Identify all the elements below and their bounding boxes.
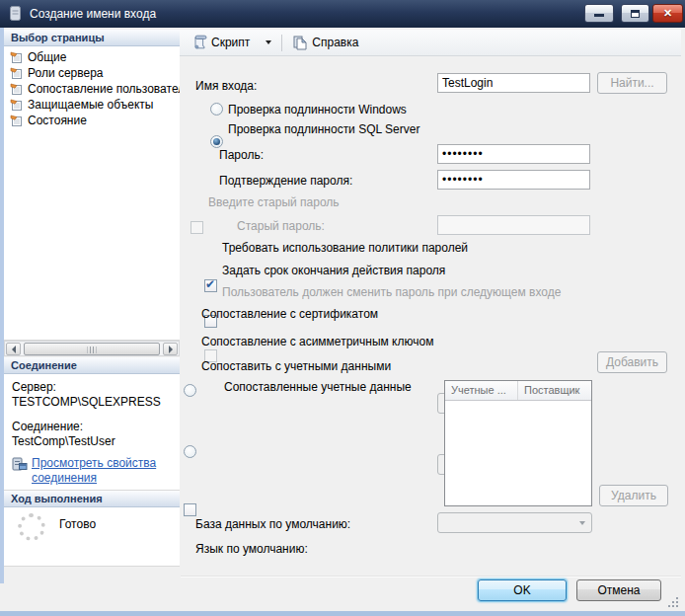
page-icon (10, 115, 25, 127)
page-icon (10, 51, 25, 64)
server-value: TESTCOMP\SQLEXPRESS (12, 395, 180, 409)
cancel-button[interactable]: Отмена (576, 579, 661, 601)
progress-status: Готово (59, 517, 96, 531)
find-button[interactable]: Найти... (597, 72, 667, 94)
sql-auth-label: Проверка подлинности SQL Server (228, 122, 419, 136)
resize-grip[interactable] (667, 596, 679, 608)
progress-panel: Готово (4, 507, 180, 567)
scroll-right-button[interactable] (163, 343, 178, 355)
login-name-label: Имя входа: (195, 79, 257, 93)
credential-combo[interactable] (437, 512, 592, 533)
window-icon (9, 5, 22, 22)
scrollbar-grip-icon (88, 346, 97, 353)
default-language-label: Язык по умолчанию: (195, 542, 308, 556)
add-button[interactable]: Добавить (597, 351, 667, 373)
pages-header: Выбор страницы (4, 30, 180, 46)
pages-list: Общие Роли сервера Сопоставление пользов… (4, 46, 180, 341)
maximize-button[interactable] (621, 4, 649, 23)
view-connection-properties-link[interactable]: Просмотреть свойства соединения (32, 456, 168, 486)
progress-header: Ход выполнения (4, 491, 180, 507)
sql-auth-radio[interactable] (210, 135, 223, 148)
sidebar-item-label: Общие (28, 50, 66, 64)
window-border-bottom (0, 611, 685, 616)
windows-auth-label: Проверка подлинности Windows (228, 103, 407, 116)
script-icon (191, 35, 207, 50)
confirm-password-label: Подтверждение пароля: (219, 174, 352, 188)
password-input[interactable] (437, 144, 590, 164)
old-password-label: Старый пароль: (237, 219, 325, 233)
page-icon (10, 67, 25, 80)
footer-separator (181, 576, 681, 578)
connection-header: Соединение (4, 357, 180, 374)
close-icon: ✕ (663, 7, 672, 19)
pages-horizontal-scrollbar[interactable] (4, 341, 180, 356)
ok-button[interactable]: OK (478, 579, 567, 601)
password-label: Пароль: (219, 148, 264, 162)
login-name-input[interactable] (437, 73, 590, 93)
maximize-icon (631, 10, 640, 18)
script-button[interactable]: Скрипт (188, 33, 254, 52)
page-icon (10, 99, 25, 112)
enforce-policy-checkbox[interactable] (204, 279, 217, 292)
titlebar[interactable]: Создание имени входа ✕ (0, 0, 685, 28)
close-button[interactable]: ✕ (652, 4, 683, 23)
progress-spinner-icon (18, 513, 45, 541)
sidebar-item-label: Состояние (28, 114, 87, 127)
minimize-button[interactable] (584, 4, 614, 23)
connection-value: TestComp\TestUser (12, 434, 180, 448)
minimize-icon (594, 14, 604, 17)
window-title: Создание имени входа (30, 7, 156, 21)
specify-old-password-label: Введите старый пароль (208, 195, 340, 209)
enforce-policy-label: Требовать использование политики паролей (222, 241, 468, 255)
sidebar-item-label: Сопоставление пользователей (28, 82, 180, 96)
help-icon (292, 35, 308, 50)
combo-arrow-icon (579, 521, 585, 525)
script-dropdown-button[interactable] (262, 38, 275, 46)
default-database-label: База данных по умолчанию: (195, 517, 350, 531)
view-connection-properties-icon (12, 456, 32, 486)
help-button[interactable]: Справка (288, 33, 362, 52)
sidebar-item-server-roles[interactable]: Роли сервера (4, 65, 180, 81)
asymmetric-key-radio[interactable] (184, 445, 196, 458)
specify-old-password-checkbox[interactable] (190, 221, 203, 234)
chevron-down-icon (266, 40, 271, 44)
map-credential-label: Сопоставить с учетными данными (201, 359, 391, 373)
certificate-label: Сопоставление с сертификатом (201, 307, 378, 321)
sidebar-item-label: Защищаемые объекты (28, 98, 153, 112)
server-label: Сервер: (12, 380, 180, 394)
credentials-table[interactable]: Учетные ... Поставщик (444, 380, 592, 506)
sidebar-item-general[interactable]: Общие (4, 49, 180, 65)
connection-panel: Сервер: TESTCOMP\SQLEXPRESS Соединение: … (4, 374, 180, 491)
windows-auth-radio[interactable] (210, 103, 223, 116)
column-header-provider[interactable]: Поставщик (518, 381, 591, 400)
sidebar-item-securables[interactable]: Защищаемые объекты (4, 97, 180, 113)
toolbar: Скрипт Справка (180, 30, 681, 56)
credentials-table-header: Учетные ... Поставщик (445, 381, 591, 401)
remove-button[interactable]: Удалить (599, 485, 668, 506)
column-header-credential[interactable]: Учетные ... (445, 381, 518, 400)
toolbar-separator (281, 35, 282, 51)
scroll-right-icon (169, 346, 173, 353)
connection-label: Соединение: (12, 420, 180, 433)
map-credential-checkbox[interactable] (184, 503, 196, 516)
old-password-input[interactable] (437, 215, 590, 235)
confirm-password-input[interactable] (437, 170, 590, 190)
help-button-label: Справка (312, 36, 358, 49)
sidebar-item-user-mapping[interactable]: Сопоставление пользователей (4, 81, 180, 97)
asymmetric-key-label: Сопоставление с асимметричным ключом (201, 335, 433, 348)
certificate-radio[interactable] (184, 384, 196, 397)
scroll-left-icon (12, 346, 16, 353)
script-button-label: Скрипт (211, 36, 250, 49)
scrollbar-thumb[interactable] (24, 343, 160, 355)
mapped-credentials-label: Сопоставленные учетные данные (224, 380, 421, 394)
create-login-dialog: Создание имени входа ✕ Выбор страницы Об… (0, 0, 685, 616)
must-change-password-label: Пользователь должен сменить пароль при с… (222, 285, 561, 299)
sidebar-item-label: Роли сервера (28, 66, 104, 80)
sidebar-item-status[interactable]: Состояние (4, 113, 180, 128)
page-icon (10, 83, 25, 96)
enforce-expiration-label: Задать срок окончания действия пароля (222, 264, 445, 277)
scroll-left-button[interactable] (6, 343, 21, 355)
